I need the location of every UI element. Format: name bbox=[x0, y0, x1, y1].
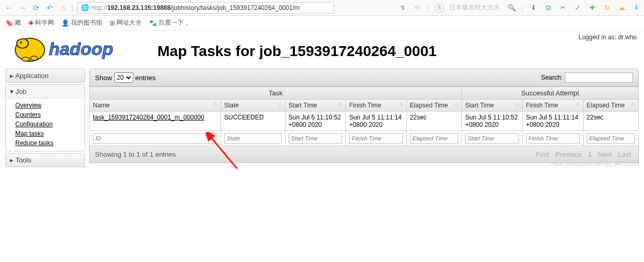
svg-point-2 bbox=[20, 41, 22, 43]
show-label: Show bbox=[95, 74, 112, 82]
tasks-table: Task Successful Attempt Name◇ State◇ Sta… bbox=[89, 86, 639, 146]
pager-prev[interactable]: Previous bbox=[555, 150, 582, 158]
filter-elapsed2[interactable] bbox=[587, 133, 635, 144]
search-input[interactable] bbox=[565, 72, 633, 83]
filter-start1[interactable] bbox=[289, 133, 343, 144]
pager-first[interactable]: First bbox=[536, 150, 549, 158]
globe-icon: 🌐 bbox=[81, 4, 89, 12]
svg-point-4 bbox=[22, 57, 29, 61]
filter-start2[interactable] bbox=[465, 133, 519, 144]
col-start1[interactable]: Start Time◇ bbox=[285, 100, 346, 112]
search-icon[interactable]: 🔍 bbox=[507, 3, 516, 13]
sidebar-link-reducetasks[interactable]: Reduce tasks bbox=[15, 138, 85, 148]
filter-finish2[interactable] bbox=[526, 133, 580, 144]
group-attempt: Successful Attempt bbox=[462, 87, 639, 100]
col-finish2[interactable]: Finish Time◇ bbox=[522, 100, 583, 112]
sidebar-link-overview[interactable]: Overview bbox=[15, 101, 85, 110]
pager: First Previous 1 Next Last bbox=[534, 150, 633, 158]
group-task: Task bbox=[90, 87, 462, 100]
back-icon[interactable]: ← bbox=[3, 2, 15, 14]
entries-label: entries bbox=[135, 74, 156, 82]
sidebar-section-job[interactable]: ▾ Job bbox=[6, 85, 85, 98]
col-state[interactable]: State◇ bbox=[221, 100, 286, 112]
table-row: task_1593917240264_0001_m_000000 SUCCEED… bbox=[90, 112, 639, 131]
sogou-icon[interactable]: S bbox=[435, 3, 444, 13]
expand-icon[interactable]: ⤢ bbox=[573, 3, 582, 13]
download2-icon[interactable]: ⬇ bbox=[631, 3, 641, 13]
browser-toolbar: ← → ⟳ ↶ ⌂ | 🌐 http://192.168.23.135:1988… bbox=[0, 0, 644, 16]
col-elapsed1[interactable]: Elapsed Time◇ bbox=[406, 100, 461, 112]
col-start2[interactable]: Start Time◇ bbox=[462, 100, 523, 112]
pager-last[interactable]: Last bbox=[618, 150, 631, 158]
search-label: Search: bbox=[541, 74, 563, 81]
pager-1[interactable]: 1 bbox=[588, 150, 592, 158]
col-name[interactable]: Name◇ bbox=[90, 100, 221, 112]
download-icon[interactable]: ⬇ bbox=[529, 3, 538, 13]
scissors-icon[interactable]: ✂ bbox=[558, 3, 567, 13]
puzzle-icon[interactable]: ✚ bbox=[587, 3, 597, 13]
forward-icon[interactable]: → bbox=[17, 2, 28, 14]
main-panel: Show 20 entries Search: Task Successful … bbox=[89, 69, 639, 169]
reload-icon[interactable]: ⟳ bbox=[30, 2, 42, 14]
task-link[interactable]: task_1593917240264_0001_m_000000 bbox=[93, 114, 204, 121]
home-icon[interactable]: ⌂ bbox=[58, 2, 69, 14]
bookmark-item[interactable]: 🐾百度一下， bbox=[149, 18, 190, 27]
bookmarks-bar: 🔖藏 ✱科学网 👤我的图书馆 ⊞网址大全 🐾百度一下， bbox=[0, 16, 644, 30]
col-finish1[interactable]: Finish Time◇ bbox=[346, 100, 407, 112]
cell-state: SUCCEEDED bbox=[221, 112, 286, 131]
sidebar-section-tools[interactable]: ▸ Tools bbox=[6, 154, 85, 167]
page-size-select[interactable]: 20 bbox=[114, 72, 133, 83]
sidebar-link-configuration[interactable]: Configuration bbox=[15, 119, 85, 129]
page-title: Map Tasks for job_1593917240264_0001 bbox=[157, 43, 437, 60]
login-status: Logged in as: dr.who bbox=[578, 34, 637, 41]
refresh2-icon[interactable]: ↻ bbox=[602, 3, 611, 13]
sidebar-section-application[interactable]: ▸ Application bbox=[6, 69, 85, 82]
translate-icon[interactable]: ⧉ bbox=[543, 3, 553, 13]
cell-elapsed2: 22sec bbox=[583, 112, 638, 131]
bookmark-item[interactable]: 🔖藏 bbox=[5, 18, 21, 27]
pager-next[interactable]: Next bbox=[598, 150, 612, 158]
cell-finish2: Sun Jul 5 11:11:14 +0800 2020 bbox=[522, 112, 583, 131]
filter-row bbox=[90, 131, 639, 146]
search-placeholder[interactable]: 日本爆发特大洪灾 bbox=[449, 3, 502, 12]
url-bar[interactable]: 🌐 http://192.168.23.135:19888/jobhistory… bbox=[77, 2, 334, 14]
sidebar: ▸ Application ▾ Job Overview Counters Co… bbox=[5, 69, 85, 169]
undo-icon[interactable]: ↶ bbox=[44, 2, 56, 14]
cell-finish1: Sun Jul 5 11:11:14 +0800 2020 bbox=[346, 112, 407, 131]
filter-elapsed1[interactable] bbox=[410, 133, 458, 144]
svg-text:hadoop: hadoop bbox=[49, 39, 113, 59]
sidebar-link-counters[interactable]: Counters bbox=[15, 110, 85, 119]
page-header: Logged in as: dr.who hadoop Map Tasks fo… bbox=[0, 30, 644, 69]
cell-start1: Sun Jul 5 11:10:52 +0800 2020 bbox=[285, 112, 346, 131]
bookmark-item[interactable]: ✱科学网 bbox=[28, 18, 54, 27]
star-icon[interactable]: ☆ bbox=[413, 3, 422, 13]
filter-id[interactable] bbox=[93, 133, 217, 144]
filter-finish1[interactable] bbox=[349, 133, 403, 144]
cell-start2: Sun Jul 5 11:10:52 +0800 2020 bbox=[462, 112, 523, 131]
watermark: https://blog.csdn.net/qq_34720818 bbox=[551, 160, 640, 167]
bookmark-item[interactable]: ⊞网址大全 bbox=[110, 18, 142, 27]
browser-right-icons: ↯ ☆ | S 日本爆发特大洪灾 🔍 | ⬇ ⧉ ✂ ⤢ ✚ ↻ ☁ ⬇ bbox=[398, 3, 641, 13]
hadoop-logo: hadoop bbox=[8, 33, 150, 63]
svg-point-1 bbox=[17, 39, 28, 48]
cell-elapsed1: 22sec bbox=[406, 112, 461, 131]
filter-state[interactable] bbox=[224, 133, 282, 144]
sidebar-link-maptasks[interactable]: Map tasks bbox=[15, 129, 85, 138]
svg-point-3 bbox=[30, 56, 38, 60]
url-text: http://192.168.23.135:19888/jobhistory/t… bbox=[91, 4, 299, 12]
table-info: Showing 1 to 1 of 1 entries bbox=[95, 150, 176, 158]
cloud-icon[interactable]: ☁ bbox=[617, 3, 626, 13]
fast-icon[interactable]: ↯ bbox=[398, 3, 407, 13]
datatable-top: Show 20 entries Search: bbox=[89, 69, 639, 86]
col-elapsed2[interactable]: Elapsed Time◇ bbox=[583, 100, 638, 112]
bookmark-item[interactable]: 👤我的图书馆 bbox=[61, 18, 102, 27]
